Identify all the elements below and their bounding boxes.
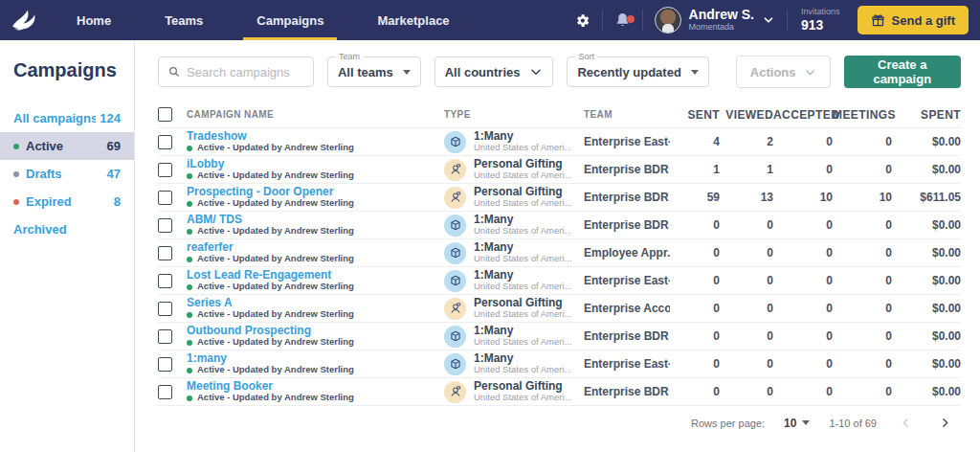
invitations-counter: Invitations 913 [788, 7, 854, 34]
type-name: Personal Gifting [474, 186, 571, 199]
campaign-name-link[interactable]: Meeting Booker [187, 380, 444, 394]
row-checkbox[interactable] [158, 385, 172, 399]
team-cell: Enterprise BDR ... [584, 163, 670, 176]
nav-campaigns[interactable]: Campaigns [230, 0, 350, 40]
sort-select[interactable]: Sort Recently updated [567, 56, 708, 87]
table-header-row: CAMPAIGN NAME TYPE TEAM SENT VIEWED ACCE… [158, 102, 961, 128]
settings-gear-icon[interactable] [563, 12, 602, 29]
viewed-cell: 0 [720, 357, 773, 371]
personal-gifting-icon [444, 298, 466, 320]
team-cell: Enterprise Acco... [584, 302, 670, 315]
accepted-cell: 0 [773, 218, 833, 232]
campaign-name-link[interactable]: ABM/ TDS [187, 214, 444, 227]
rows-per-page-select[interactable]: 10 [784, 417, 810, 430]
pagination-range: 1-10 of 69 [829, 418, 877, 429]
actions-button[interactable]: Actions [736, 56, 831, 88]
spent-cell: $0.00 [892, 163, 961, 176]
sidebar-item-all-campaigns[interactable]: All campaigns 124 [0, 104, 134, 132]
user-name: Andrew S. [689, 8, 754, 22]
campaign-name-link[interactable]: Series A [187, 297, 444, 310]
campaigns-table: CAMPAIGN NAME TYPE TEAM SENT VIEWED ACCE… [158, 102, 961, 406]
viewed-cell: 2 [720, 135, 773, 148]
row-checkbox[interactable] [158, 218, 172, 233]
row-checkbox[interactable] [158, 274, 172, 288]
select-all-checkbox[interactable] [158, 107, 172, 122]
one-to-many-icon [444, 131, 466, 153]
search-campaigns-input[interactable] [187, 65, 303, 79]
brand-bird-logo[interactable] [0, 0, 50, 40]
team-cell: Enterprise East-... [584, 135, 670, 148]
sidebar-item-expired[interactable]: Expired 8 [0, 188, 134, 215]
chevron-down-icon [762, 13, 775, 27]
create-campaign-button[interactable]: Create a campaign [844, 56, 962, 88]
campaign-name-cell: Outbound Prospecting Active - Updated by… [187, 325, 444, 349]
next-page-button[interactable] [935, 415, 955, 431]
type-cell: 1:Many United States of Ameri... [444, 241, 584, 265]
one-to-many-icon [444, 353, 466, 375]
nav-home[interactable]: Home [50, 0, 138, 40]
user-org: Momentada [689, 23, 754, 33]
campaign-status-text: Active - Updated by Andrew Sterling [197, 393, 354, 403]
sidebar-item-active[interactable]: Active 69 [0, 132, 134, 160]
campaign-name-cell: Tradeshow Active - Updated by Andrew Ste… [187, 130, 444, 154]
nav-marketplace[interactable]: Marketplace [350, 0, 476, 40]
row-checkbox[interactable] [158, 191, 172, 205]
user-menu[interactable]: Andrew S. Momentada [643, 7, 787, 34]
campaign-status-text: Active - Updated by Andrew Sterling [197, 337, 354, 348]
campaign-name-link[interactable]: Tradeshow [187, 130, 444, 144]
campaign-status-text: Active - Updated by Andrew Sterling [197, 282, 354, 292]
meetings-cell: 0 [833, 357, 892, 371]
campaign-name-link[interactable]: Outbound Prospecting [187, 325, 444, 338]
team-filter-select[interactable]: Team All teams [327, 56, 421, 87]
row-checkbox[interactable] [158, 163, 172, 177]
chevron-down-icon [804, 66, 816, 79]
send-a-gift-button[interactable]: Send a gift [858, 6, 969, 34]
viewed-cell: 0 [720, 385, 773, 398]
campaign-name-link[interactable]: 1:many [187, 352, 444, 366]
type-text: 1:Many United States of Ameri... [474, 325, 571, 349]
row-checkbox[interactable] [158, 135, 172, 149]
one-to-many-icon [444, 242, 466, 264]
type-name: Personal Gifting [474, 380, 571, 394]
table-row: iLobby Active - Updated by Andrew Sterli… [158, 156, 961, 184]
campaign-name-link[interactable]: reaferfer [187, 241, 444, 255]
viewed-cell: 0 [720, 329, 773, 343]
table-row: Meeting Booker Active - Updated by Andre… [158, 378, 961, 406]
sidebar-item-drafts[interactable]: Drafts 47 [0, 160, 134, 188]
campaign-name-link[interactable]: Prospecting - Door Opener [187, 186, 444, 199]
table-row: Prospecting - Door Opener Active - Updat… [158, 184, 961, 212]
campaign-name-cell: Prospecting - Door Opener Active - Updat… [187, 186, 444, 210]
type-cell: Personal Gifting United States of Ameri.… [444, 297, 584, 321]
row-checkbox[interactable] [158, 329, 172, 344]
campaign-name-link[interactable]: Lost Lead Re-Engagement [187, 269, 444, 282]
prev-page-button[interactable] [896, 415, 916, 431]
search-box[interactable] [158, 56, 314, 87]
notifications-bell-icon[interactable] [603, 11, 642, 29]
campaign-name-cell: Series A Active - Updated by Andrew Ster… [187, 297, 444, 321]
pagination-bar: Rows per page: 10 1-10 of 69 [158, 415, 961, 431]
caret-down-icon [691, 70, 699, 75]
spent-cell: $0.00 [892, 385, 961, 398]
row-checkbox[interactable] [158, 357, 172, 372]
campaign-name-link[interactable]: iLobby [187, 158, 444, 171]
caret-down-icon [802, 420, 810, 425]
nav-teams[interactable]: Teams [138, 0, 230, 40]
table-row: ABM/ TDS Active - Updated by Andrew Ster… [158, 212, 961, 239]
type-name: 1:Many [474, 214, 571, 227]
team-filter-label: Team [336, 52, 363, 61]
spent-cell: $0.00 [892, 329, 961, 343]
sidebar-item-archived[interactable]: Archived [0, 215, 134, 243]
countries-filter-select[interactable]: All countries [434, 56, 554, 87]
table-body: Tradeshow Active - Updated by Andrew Ste… [158, 128, 961, 406]
campaign-status-text: Active - Updated by Andrew Sterling [197, 365, 354, 375]
search-icon [168, 65, 180, 79]
campaign-status: Active - Updated by Andrew Sterling [187, 393, 444, 403]
chevron-right-icon [939, 417, 951, 429]
personal-gifting-icon [444, 187, 466, 209]
spent-cell: $611.05 [892, 191, 961, 204]
row-checkbox[interactable] [158, 302, 172, 316]
campaign-status: Active - Updated by Andrew Sterling [187, 337, 444, 348]
accepted-cell: 0 [773, 135, 833, 148]
row-checkbox[interactable] [158, 246, 172, 260]
table-row: Lost Lead Re-Engagement Active - Updated… [158, 267, 961, 295]
